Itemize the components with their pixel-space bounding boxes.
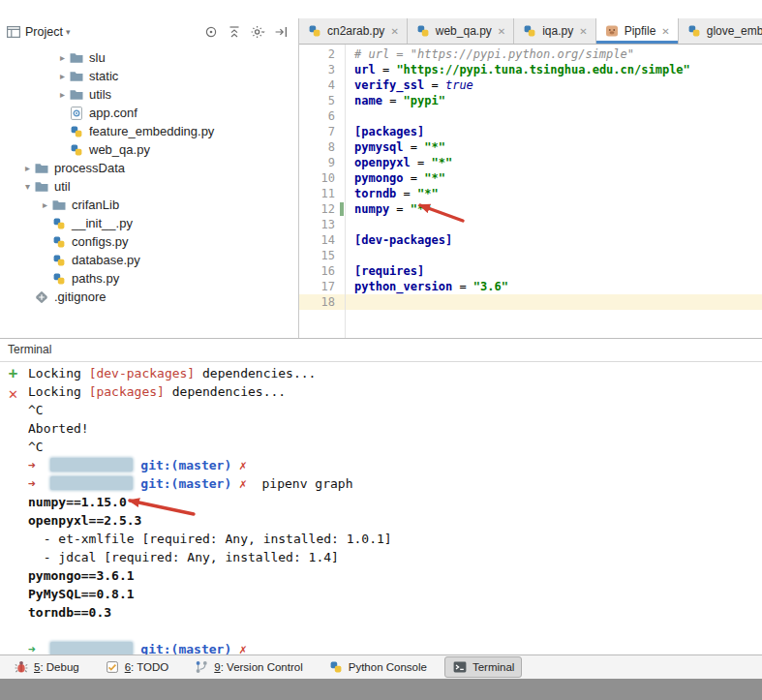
tab-glove_embe[interactable]: glove_embe xyxy=(679,18,762,44)
folder-icon xyxy=(69,87,84,103)
tree-item-util[interactable]: ▾util xyxy=(0,177,298,196)
editor-line[interactable]: 7[packages] xyxy=(299,124,762,139)
python-icon xyxy=(69,124,84,139)
editor-line[interactable]: 16[requires] xyxy=(299,263,762,279)
add-session-icon[interactable]: + xyxy=(9,364,18,383)
tree-item-label: slu xyxy=(89,50,106,65)
tree-item-configs.py[interactable]: configs.py xyxy=(0,232,298,251)
config-icon xyxy=(69,106,84,121)
window-bottom-strip xyxy=(0,679,762,700)
python-icon xyxy=(328,659,344,675)
editor-line[interactable]: 5name = "pypi" xyxy=(299,93,762,108)
project-tree: ▸slu▸static▸utilsapp.conffeature_embeddi… xyxy=(0,45,298,338)
terminal-panel: Terminal + ✕ Locking [dev-packages] depe… xyxy=(0,338,762,654)
line-number: 13 xyxy=(299,217,345,232)
python-icon xyxy=(51,234,67,250)
gutter-separator xyxy=(345,45,346,338)
python-icon xyxy=(51,216,67,231)
close-icon[interactable]: ✕ xyxy=(579,26,587,37)
editor-line[interactable]: 3url = "https://pypi.tuna.tsinghua.edu.c… xyxy=(299,62,762,77)
terminal-output[interactable]: Locking [dev-packages] dependencies...Lo… xyxy=(28,364,758,654)
settings-gear-icon[interactable] xyxy=(250,24,265,40)
tree-item-app.conf[interactable]: app.conf xyxy=(0,104,298,122)
close-icon[interactable]: ✕ xyxy=(498,26,505,37)
code-text: # url = "https://pypi.python.org/simple" xyxy=(345,46,634,62)
terminal-line: numpy==1.15.0 xyxy=(28,493,758,511)
close-icon[interactable]: ✕ xyxy=(661,26,669,37)
tree-item-__init__.py[interactable]: __init__.py xyxy=(0,214,298,232)
editor-line[interactable]: 13 xyxy=(299,217,762,232)
statusbar-version-control-button[interactable]: 9: Version Control xyxy=(186,656,310,678)
editor-line[interactable]: 12numpy = "*" xyxy=(299,201,762,217)
tab-web_qa.py[interactable]: web_qa.py✕ xyxy=(408,18,514,44)
terminal-line: Locking [dev-packages] dependencies... xyxy=(28,364,758,382)
editor-line[interactable]: 2# url = "https://pypi.python.org/simple… xyxy=(299,46,762,62)
close-session-icon[interactable]: ✕ xyxy=(8,385,18,405)
code-text: url = "https://pypi.tuna.tsinghua.edu.cn… xyxy=(345,62,690,77)
editor-line[interactable]: 10pymongo = "*" xyxy=(299,170,762,186)
chevron-right-icon[interactable]: ▸ xyxy=(56,71,69,81)
editor-line[interactable]: 11torndb = "*" xyxy=(299,186,762,201)
chevron-right-icon[interactable]: ▸ xyxy=(56,52,69,63)
statusbar-label: Terminal xyxy=(472,661,514,673)
tree-item-processData[interactable]: ▸processData xyxy=(0,159,298,177)
collapse-all-icon[interactable] xyxy=(227,24,242,40)
folder-icon xyxy=(69,50,84,66)
tree-item-paths.py[interactable]: paths.py xyxy=(0,269,298,288)
editor[interactable]: 2# url = "https://pypi.python.org/simple… xyxy=(299,45,762,338)
terminal-panel-title[interactable]: Terminal xyxy=(8,343,51,356)
editor-line[interactable]: 4verify_ssl = true xyxy=(299,77,762,93)
tree-item-database.py[interactable]: database.py xyxy=(0,251,298,269)
editor-line[interactable]: 14[dev-packages] xyxy=(299,232,762,248)
pycharm-window: Project ▾ cn2arab.py✕web_qa.py✕iqa.py✕Pi… xyxy=(0,0,762,700)
tree-item-static[interactable]: ▸static xyxy=(0,67,298,85)
tab-Pipfile[interactable]: Pipfile✕ xyxy=(596,18,679,44)
statusbar-debug-button[interactable]: 5: Debug xyxy=(6,656,87,678)
editor-tabs: cn2arab.py✕web_qa.py✕iqa.py✕Pipfile✕glov… xyxy=(299,18,762,45)
chevron-down-icon[interactable]: ▾ xyxy=(66,27,71,37)
line-number: 11 xyxy=(299,186,345,201)
code-text: pymongo = "*" xyxy=(345,170,445,186)
tree-item-utils[interactable]: ▸utils xyxy=(0,85,298,104)
line-number: 12 xyxy=(299,201,345,217)
tree-item-label: feature_embedding.py xyxy=(89,124,214,138)
line-number: 7 xyxy=(299,124,345,139)
tab-iqa.py[interactable]: iqa.py✕ xyxy=(514,18,595,44)
tree-item-label: __init__.py xyxy=(72,216,133,230)
chevron-right-icon[interactable]: ▸ xyxy=(56,89,69,100)
tree-item-web_qa.py[interactable]: web_qa.py xyxy=(0,140,298,159)
code-text: verify_ssl = true xyxy=(345,77,473,93)
terminal-panel-header: Terminal xyxy=(0,339,762,362)
editor-line[interactable]: 17python_version = "3.6" xyxy=(299,279,762,294)
code-text: pymysql = "*" xyxy=(345,139,445,155)
editor-line[interactable]: 9openpyxl = "*" xyxy=(299,155,762,170)
statusbar-todo-button[interactable]: 6: TODO xyxy=(97,656,177,678)
statusbar-label: 9: Version Control xyxy=(214,661,302,673)
code-text: python_version = "3.6" xyxy=(345,279,508,294)
tree-item-slu[interactable]: ▸slu xyxy=(0,48,298,67)
locate-icon[interactable] xyxy=(203,24,219,40)
terminal-line: - jdcal [required: Any, installed: 1.4] xyxy=(28,548,758,566)
todo-icon xyxy=(105,659,120,675)
chevron-right-icon[interactable]: ▸ xyxy=(39,199,51,210)
editor-line[interactable]: 18 xyxy=(299,294,762,310)
top-row: Project ▾ cn2arab.py✕web_qa.py✕iqa.py✕Pi… xyxy=(0,18,762,45)
hide-panel-icon[interactable] xyxy=(273,24,289,40)
tree-item-.gitignore[interactable]: .gitignore xyxy=(0,288,298,306)
statusbar-terminal-button[interactable]: Terminal xyxy=(444,656,522,678)
chevron-right-icon[interactable]: ▸ xyxy=(21,163,34,173)
project-title[interactable]: Project xyxy=(25,25,63,39)
editor-line[interactable]: 15 xyxy=(299,248,762,263)
editor-line[interactable]: 6 xyxy=(299,108,762,124)
folder-icon xyxy=(34,161,49,176)
tree-item-feature_embedding.py[interactable]: feature_embedding.py xyxy=(0,122,298,140)
tab-cn2arab.py[interactable]: cn2arab.py✕ xyxy=(299,18,408,44)
chevron-down-icon[interactable]: ▾ xyxy=(21,181,34,192)
terminal-line: pymongo==3.6.1 xyxy=(28,566,758,585)
tree-item-crifanLib[interactable]: ▸crifanLib xyxy=(0,196,298,214)
close-icon[interactable]: ✕ xyxy=(390,26,398,37)
statusbar-python-console-button[interactable]: Python Console xyxy=(320,656,435,678)
project-header-actions xyxy=(203,24,289,40)
tree-item-label: static xyxy=(89,69,118,83)
editor-line[interactable]: 8pymysql = "*" xyxy=(299,139,762,155)
